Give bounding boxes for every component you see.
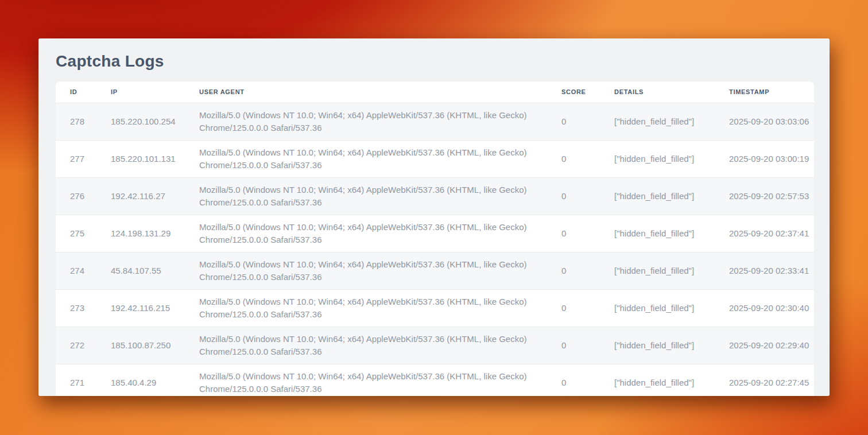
cell-score: 0 [561,103,614,140]
table-header-row: ID IP USER AGENT SCORE DETAILS TIMESTAMP [56,81,814,103]
cell-user-agent: Mozilla/5.0 (Windows NT 10.0; Win64; x64… [199,327,561,364]
cell-ip: 45.84.107.55 [111,252,199,289]
cell-timestamp: 2025-09-20 03:00:19 [729,140,814,177]
cell-timestamp: 2025-09-20 02:33:41 [729,252,814,289]
cell-timestamp: 2025-09-20 02:30:40 [729,289,814,327]
cell-timestamp: 2025-09-20 02:27:45 [729,364,814,396]
table-row: 274 45.84.107.55 Mozilla/5.0 (Windows NT… [56,252,814,289]
cell-ip: 192.42.116.215 [111,289,199,327]
column-header-ip: IP [111,81,199,103]
cell-score: 0 [561,364,614,396]
cell-ip: 124.198.131.29 [111,215,199,252]
column-header-timestamp: TIMESTAMP [729,81,814,103]
table-row: 276 192.42.116.27 Mozilla/5.0 (Windows N… [56,177,814,215]
cell-ip: 185.100.87.250 [111,327,199,364]
cell-user-agent: Mozilla/5.0 (Windows NT 10.0; Win64; x64… [199,252,561,289]
cell-score: 0 [561,140,614,177]
logs-table: ID IP USER AGENT SCORE DETAILS TIMESTAMP… [56,81,814,396]
cell-user-agent: Mozilla/5.0 (Windows NT 10.0; Win64; x64… [199,215,561,252]
cell-score: 0 [561,327,614,364]
cell-user-agent: Mozilla/5.0 (Windows NT 10.0; Win64; x64… [199,140,561,177]
cell-id: 273 [56,289,111,327]
cell-ip: 192.42.116.27 [111,177,199,215]
cell-score: 0 [561,177,614,215]
page-title: Captcha Logs [56,52,814,71]
table-row: 277 185.220.101.131 Mozilla/5.0 (Windows… [56,140,814,177]
cell-user-agent: Mozilla/5.0 (Windows NT 10.0; Win64; x64… [199,177,561,215]
cell-details: ["hidden_field_filled"] [614,177,729,215]
cell-details: ["hidden_field_filled"] [614,364,729,396]
cell-timestamp: 2025-09-20 02:57:53 [729,177,814,215]
cell-score: 0 [561,215,614,252]
column-header-user-agent: USER AGENT [199,81,561,103]
table-row: 278 185.220.100.254 Mozilla/5.0 (Windows… [56,103,814,140]
cell-details: ["hidden_field_filled"] [614,215,729,252]
cell-user-agent: Mozilla/5.0 (Windows NT 10.0; Win64; x64… [199,103,561,140]
cell-timestamp: 2025-09-20 02:37:41 [729,215,814,252]
cell-id: 276 [56,177,111,215]
cell-id: 278 [56,103,111,140]
cell-details: ["hidden_field_filled"] [614,289,729,327]
page-background: { "page_title": "Captcha Logs", "table":… [0,0,868,435]
column-header-score: SCORE [561,81,614,103]
cell-id: 272 [56,327,111,364]
captcha-logs-card: Captcha Logs ID IP USER AGENT SCORE DETA… [38,38,830,396]
cell-details: ["hidden_field_filled"] [614,252,729,289]
cell-user-agent: Mozilla/5.0 (Windows NT 10.0; Win64; x64… [199,289,561,327]
cell-timestamp: 2025-09-20 03:03:06 [729,103,814,140]
column-header-details: DETAILS [614,81,729,103]
cell-user-agent: Mozilla/5.0 (Windows NT 10.0; Win64; x64… [199,364,561,396]
cell-id: 271 [56,364,111,396]
cell-details: ["hidden_field_filled"] [614,327,729,364]
cell-timestamp: 2025-09-20 02:29:40 [729,327,814,364]
table-row: 273 192.42.116.215 Mozilla/5.0 (Windows … [56,289,814,327]
table-header: ID IP USER AGENT SCORE DETAILS TIMESTAMP [56,81,814,103]
column-header-id: ID [56,81,111,103]
table-row: 272 185.100.87.250 Mozilla/5.0 (Windows … [56,327,814,364]
cell-score: 0 [561,289,614,327]
cell-ip: 185.40.4.29 [111,364,199,396]
cell-id: 274 [56,252,111,289]
table-body: 278 185.220.100.254 Mozilla/5.0 (Windows… [56,103,814,396]
logs-table-container: ID IP USER AGENT SCORE DETAILS TIMESTAMP… [56,81,814,396]
cell-details: ["hidden_field_filled"] [614,103,729,140]
cell-ip: 185.220.101.131 [111,140,199,177]
table-row: 275 124.198.131.29 Mozilla/5.0 (Windows … [56,215,814,252]
cell-details: ["hidden_field_filled"] [614,140,729,177]
table-row: 271 185.40.4.29 Mozilla/5.0 (Windows NT … [56,364,814,396]
cell-ip: 185.220.100.254 [111,103,199,140]
cell-id: 277 [56,140,111,177]
cell-id: 275 [56,215,111,252]
cell-score: 0 [561,252,614,289]
